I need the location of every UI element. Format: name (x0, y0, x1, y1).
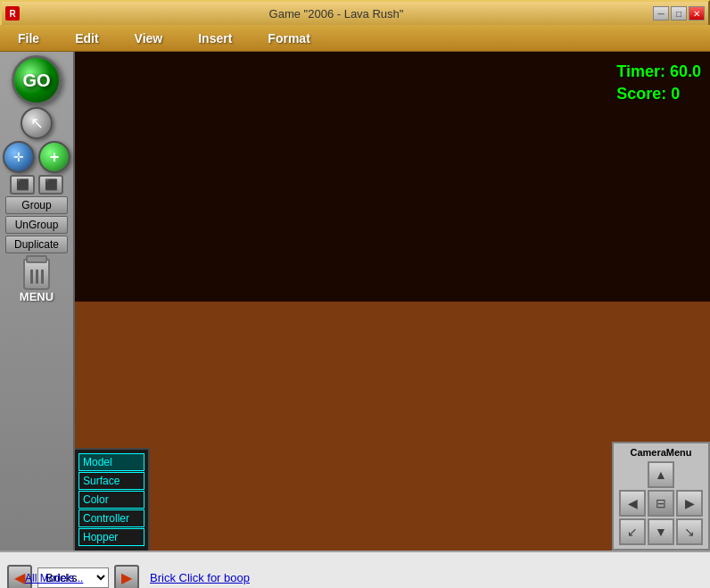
cam-rotate-right-icon: ↘ (684, 525, 695, 539)
ungroup-button[interactable]: UnGroup (5, 216, 68, 234)
window-title: Game "2006 - Lava Rush" (269, 7, 404, 21)
app-icon: R (5, 6, 20, 21)
cam-center-button[interactable]: ⊟ (648, 490, 674, 517)
action-row: ⬛ ⬛ (10, 175, 63, 195)
cam-up-icon: ▲ (655, 468, 667, 482)
tab-controller[interactable]: Controller (78, 509, 144, 527)
cam-empty-tl (619, 461, 646, 488)
title-bar: R Game "2006 - Lava Rush" ─ □ ✕ (0, 0, 710, 25)
cam-right-icon: ▶ (685, 496, 695, 510)
cam-up-button[interactable]: ▲ (648, 461, 674, 488)
menu-format[interactable]: Format (250, 28, 327, 49)
menu-view[interactable]: View (117, 28, 181, 49)
cursor-icon: ↖ (30, 113, 44, 133)
bottom-left-area: ◀ Bricks Parts Models ▶ All Models... (7, 565, 139, 588)
camera-menu-title: CameraMenu (617, 447, 705, 458)
action-btn-right[interactable]: ⬛ (38, 175, 63, 195)
move-tool-button[interactable]: ✛ (3, 141, 35, 173)
cam-rotate-right-button[interactable]: ↘ (676, 518, 703, 545)
main-area: GO ↖ ✛ + ⬛ ⬛ Group UnGroup Duplicate (0, 52, 710, 551)
window-controls: ─ □ ✕ (653, 6, 705, 21)
action-left-icon: ⬛ (16, 178, 29, 191)
game-bg-top (75, 52, 710, 302)
timer-display: Timer: 60.0 (616, 61, 701, 83)
all-models-link[interactable]: All Models... (25, 572, 83, 584)
action-right-icon: ⬛ (45, 178, 58, 191)
cam-center-icon: ⊟ (656, 496, 666, 510)
close-button[interactable]: ✕ (689, 6, 705, 21)
game-canvas[interactable]: Timer: 60.0 Score: 0 Model Surface Color… (75, 52, 710, 551)
menu-edit[interactable]: Edit (57, 28, 116, 49)
trash-line-1 (30, 269, 33, 284)
prev-arrow-icon: ◀ (14, 569, 25, 586)
add-icon: + (50, 148, 60, 167)
add-tool-button[interactable]: + (38, 141, 70, 173)
next-brick-button[interactable]: ▶ (114, 565, 139, 588)
tab-hopper[interactable]: Hopper (78, 528, 144, 546)
brick-info-text[interactable]: Brick Click for boop (150, 571, 250, 584)
minimize-button[interactable]: ─ (653, 6, 669, 21)
menu-trash-button[interactable]: MENU (20, 259, 54, 303)
left-panel-bottom: Model Surface Color Controller Hopper (75, 448, 150, 551)
trash-line-2 (36, 269, 38, 284)
tab-surface[interactable]: Surface (78, 472, 144, 490)
go-button[interactable]: GO (12, 55, 62, 105)
sidebar: GO ↖ ✛ + ⬛ ⬛ Group UnGroup Duplicate (0, 52, 75, 551)
menu-bar: File Edit View Insert Format (0, 25, 710, 52)
tab-model[interactable]: Model (78, 453, 144, 471)
menu-insert[interactable]: Insert (180, 28, 250, 49)
camera-controls: ▲ ◀ ⊟ ▶ ↙ ▼ (617, 461, 705, 545)
tab-color[interactable]: Color (78, 491, 144, 509)
menu-label: MENU (20, 290, 54, 303)
cam-right-button[interactable]: ▶ (676, 490, 703, 517)
group-button[interactable]: Group (5, 196, 68, 214)
panel-tabs: Model Surface Color Controller Hopper (78, 453, 144, 547)
cam-left-button[interactable]: ◀ (619, 490, 646, 517)
timer-score-display: Timer: 60.0 Score: 0 (616, 61, 701, 105)
cursor-tool-button[interactable]: ↖ (21, 107, 53, 139)
tool-row: ✛ + (3, 141, 70, 173)
trash-lines (30, 269, 44, 284)
cam-left-icon: ◀ (628, 496, 638, 510)
trash-line-3 (41, 269, 44, 284)
trash-icon (23, 259, 50, 290)
duplicate-button[interactable]: Duplicate (5, 236, 68, 253)
score-display: Score: 0 (616, 83, 701, 105)
cam-rotate-left-icon: ↙ (627, 525, 638, 539)
camera-menu: CameraMenu ▲ ◀ ⊟ ▶ (612, 442, 710, 551)
move-icon: ✛ (13, 150, 24, 164)
restore-button[interactable]: □ (671, 6, 687, 21)
cam-empty-tr (676, 461, 703, 488)
cam-rotate-left-button[interactable]: ↙ (619, 518, 646, 545)
next-arrow-icon: ▶ (121, 569, 132, 586)
cam-down-button[interactable]: ▼ (648, 518, 674, 545)
cam-down-icon: ▼ (655, 525, 667, 539)
action-btn-left[interactable]: ⬛ (10, 175, 35, 195)
menu-file[interactable]: File (0, 28, 57, 49)
bottom-bar: ◀ Bricks Parts Models ▶ All Models... Br… (0, 551, 710, 588)
